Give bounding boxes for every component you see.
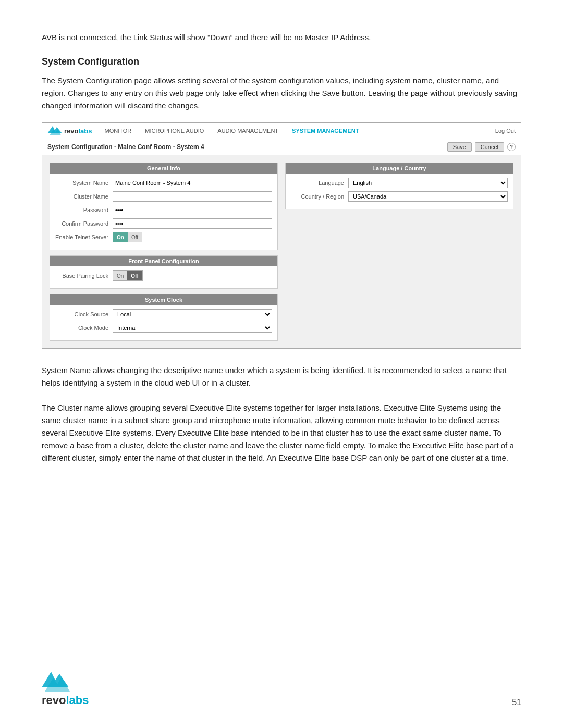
confirm-password-row: Confirm Password xyxy=(55,218,272,229)
cluster-name-input[interactable] xyxy=(113,191,272,202)
intro-text: AVB is not connected, the Link Status wi… xyxy=(42,31,521,44)
country-region-row: Country / Region USA/Canada Europe Asia xyxy=(291,191,508,202)
footer-logo-icon xyxy=(42,672,73,692)
page-footer: revolabs 51 xyxy=(42,672,521,707)
page-header: System Configuration - Maine Conf Room -… xyxy=(42,139,521,155)
system-name-row: System Name xyxy=(55,178,272,188)
nav-logout[interactable]: Log Out xyxy=(495,128,516,134)
clock-mode-select[interactable]: Internal External xyxy=(113,323,272,333)
language-country-header: Language / Country xyxy=(286,163,513,174)
telnet-toggle-on[interactable]: On xyxy=(113,232,128,242)
cluster-name-label: Cluster Name xyxy=(55,193,113,200)
body-text-2: The Cluster name allows grouping several… xyxy=(42,402,521,464)
front-panel-header: Front Panel Configuration xyxy=(50,256,277,266)
cancel-button[interactable]: Cancel xyxy=(475,142,504,152)
system-clock-header: System Clock xyxy=(50,294,277,305)
clock-source-label: Clock Source xyxy=(55,311,113,317)
clock-mode-label: Clock Mode xyxy=(55,325,113,331)
nav-audio-management[interactable]: AUDIO MANAGEMENT xyxy=(215,127,280,135)
general-info-header: General Info xyxy=(50,163,277,174)
country-region-label: Country / Region xyxy=(291,193,348,200)
language-country-body: Language English French German Spanish C… xyxy=(286,174,513,209)
clock-source-row: Clock Source Local NTP xyxy=(55,309,272,319)
base-pairing-lock-row: Base Pairing Lock On Off xyxy=(55,270,272,281)
password-input[interactable] xyxy=(113,205,272,215)
ui-panel: revolabs MONITOR MICROPHONE AUDIO AUDIO … xyxy=(42,122,521,349)
save-button[interactable]: Save xyxy=(447,142,472,152)
language-label: Language xyxy=(291,180,348,186)
body-text-1: System Name allows changing the descript… xyxy=(42,364,521,389)
front-panel-body: Base Pairing Lock On Off xyxy=(50,266,277,288)
language-select[interactable]: English French German Spanish xyxy=(348,178,508,188)
base-pairing-toggle-off[interactable]: Off xyxy=(127,271,142,280)
section-title: System Configuration xyxy=(42,56,521,67)
language-row: Language English French German Spanish xyxy=(291,178,508,188)
password-label: Password xyxy=(55,207,113,213)
clock-mode-row: Clock Mode Internal External xyxy=(55,323,272,333)
help-button[interactable]: ? xyxy=(507,143,516,151)
footer-revo: revo xyxy=(42,694,66,707)
footer-logo-text: revolabs xyxy=(42,694,89,707)
confirm-password-input[interactable] xyxy=(113,218,272,229)
nav-logo: revolabs xyxy=(47,126,92,135)
general-info-body: System Name Cluster Name Password xyxy=(50,174,277,250)
base-pairing-toggle-on[interactable]: On xyxy=(113,271,127,280)
clock-source-select[interactable]: Local NTP xyxy=(113,309,272,319)
system-name-input[interactable] xyxy=(113,178,272,188)
telnet-server-label: Enable Telnet Server xyxy=(55,234,113,240)
system-clock-box: System Clock Clock Source Local NTP Cloc… xyxy=(50,294,278,341)
cluster-name-row: Cluster Name xyxy=(55,191,272,202)
front-panel-box: Front Panel Configuration Base Pairing L… xyxy=(50,255,278,289)
telnet-server-row: Enable Telnet Server On Off xyxy=(55,232,272,242)
system-clock-body: Clock Source Local NTP Clock Mode Intern… xyxy=(50,305,277,340)
nav-system-management[interactable]: SYSTEM MANAGEMENT xyxy=(290,127,361,135)
nav-bar: revolabs MONITOR MICROPHONE AUDIO AUDIO … xyxy=(42,123,521,139)
nav-logo-revo: revo xyxy=(64,127,78,135)
nav-microphone-audio[interactable]: MICROPHONE AUDIO xyxy=(143,127,206,135)
telnet-toggle-off[interactable]: Off xyxy=(128,232,142,242)
content-area: General Info System Name Cluster Name Pa… xyxy=(42,155,521,348)
password-row: Password xyxy=(55,205,272,215)
general-info-box: General Info System Name Cluster Name Pa… xyxy=(50,163,278,250)
language-country-box: Language / Country Language English Fren… xyxy=(285,163,513,209)
confirm-password-label: Confirm Password xyxy=(55,220,113,227)
base-pairing-toggle: On Off xyxy=(113,270,143,281)
left-column: General Info System Name Cluster Name Pa… xyxy=(50,163,278,341)
section-description: The System Configuration page allows set… xyxy=(42,75,521,112)
right-column: Language / Country Language English Fren… xyxy=(285,163,513,341)
nav-monitor[interactable]: MONITOR xyxy=(102,127,133,135)
telnet-toggle: On Off xyxy=(113,232,142,242)
revolabs-logo-icon xyxy=(47,126,62,135)
footer-labs: labs xyxy=(66,694,89,707)
page-header-title: System Configuration - Maine Conf Room -… xyxy=(47,143,447,151)
footer-logo: revolabs xyxy=(42,672,89,707)
page-header-actions: Save Cancel ? xyxy=(447,142,516,152)
page-number: 51 xyxy=(512,698,521,707)
nav-logo-labs: labs xyxy=(78,127,92,135)
base-pairing-lock-label: Base Pairing Lock xyxy=(55,273,113,279)
country-region-select[interactable]: USA/Canada Europe Asia xyxy=(348,191,508,202)
nav-items: MONITOR MICROPHONE AUDIO AUDIO MANAGEMEN… xyxy=(102,127,361,135)
system-name-label: System Name xyxy=(55,180,113,186)
